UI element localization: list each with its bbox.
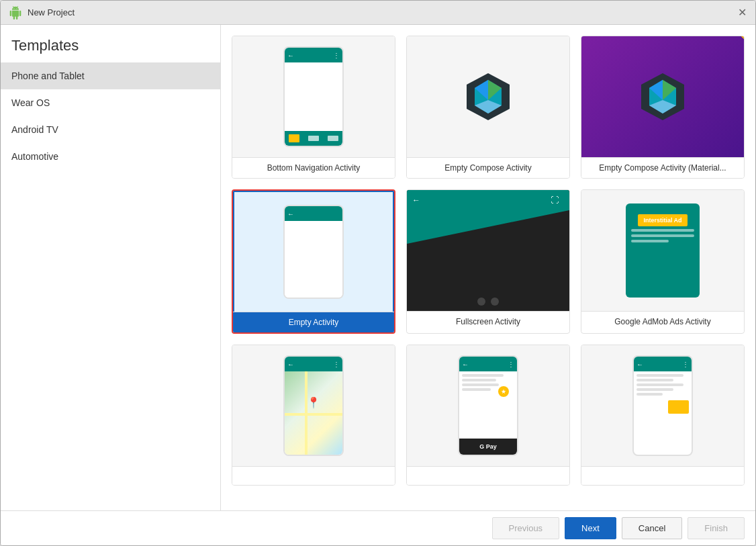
template-fullscreen-label: Fullscreen Activity <box>407 311 569 332</box>
admob-tablet: Interstitial Ad <box>626 203 700 298</box>
news-line-4 <box>636 388 673 391</box>
svg-marker-10 <box>407 210 569 311</box>
window-title: New Project <box>28 7 75 17</box>
template-admob-label: Google AdMob Ads Activity <box>581 311 744 332</box>
phone-mockup: ← ⋮ <box>283 46 344 147</box>
phone-bottom-nav <box>285 131 342 146</box>
phone-buttons <box>477 298 499 306</box>
templates-grid: ← ⋮ Bottom Navigation Activity <box>221 25 755 510</box>
template-map[interactable]: ← ⋮ 📍 <box>232 345 395 486</box>
template-empty-activity-label: Empty Activity <box>233 312 394 332</box>
template-gpay[interactable]: ← ⋮ G Pay ★ <box>406 345 570 486</box>
map-body: 📍 <box>285 371 342 455</box>
admob-button: Interstitial Ad <box>638 214 687 226</box>
template-news[interactable]: ← ⋮ <box>581 345 745 486</box>
map-road-h <box>285 413 342 416</box>
template-empty-activity-preview: ← <box>233 191 394 312</box>
sidebar-item-android-tv[interactable]: Android TV <box>1 116 220 143</box>
template-bottom-navigation-label: Bottom Navigation Activity <box>232 157 395 178</box>
footer: Previous Next Cancel Finish <box>1 510 755 545</box>
news-line-5 <box>636 393 663 396</box>
empty-activity-phone: ← <box>283 205 344 299</box>
admob-line-3 <box>631 240 669 242</box>
admob-line-2 <box>631 234 694 237</box>
template-empty-compose[interactable]: Empty Compose Activity <box>406 36 570 179</box>
news-phone: ← ⋮ <box>632 355 693 456</box>
sidebar: Templates Phone and Tablet Wear OS Andro… <box>1 25 221 510</box>
fullscreen-svg <box>407 190 569 311</box>
gpay-phone: ← ⋮ G Pay ★ <box>458 355 518 456</box>
news-line-3 <box>636 383 683 386</box>
gpay-menu-icon: ⋮ <box>508 361 514 368</box>
news-topbar: ← ⋮ <box>634 357 692 371</box>
compose-material-icon <box>636 70 690 124</box>
news-line-1 <box>636 374 683 377</box>
gpay-line-4 <box>462 388 491 391</box>
template-admob[interactable]: Interstitial Ad Google AdMob Ads Activit… <box>581 189 745 334</box>
gpay-logo: G Pay <box>479 443 497 450</box>
gpay-topbar: ← ⋮ <box>459 357 517 371</box>
template-fullscreen[interactable]: ← ⛶ <box>406 189 570 334</box>
compose-icon <box>461 70 515 124</box>
gpay-line-1 <box>462 374 504 377</box>
phone-topbar: ← ⋮ <box>285 48 342 62</box>
sidebar-item-wear-os[interactable]: Wear OS <box>1 89 220 116</box>
back-icon-ea: ← <box>287 210 294 218</box>
admob-line-1 <box>631 229 694 232</box>
content-area: Templates Phone and Tablet Wear OS Andro… <box>1 25 755 510</box>
sidebar-heading: Templates <box>1 25 220 62</box>
phone-topbar-ea: ← <box>285 206 342 221</box>
phone-body-ea <box>285 221 342 298</box>
titlebar-left: New Project <box>9 6 75 19</box>
nav-item-2 <box>308 136 319 141</box>
gpay-line-2 <box>462 379 496 381</box>
template-empty-compose-material-label: Empty Compose Activity (Material... <box>581 157 744 178</box>
nav-item-1 <box>289 134 299 142</box>
next-button[interactable]: Next <box>565 517 616 539</box>
template-empty-compose-label: Empty Compose Activity <box>407 157 569 178</box>
gpay-star-badge: ★ <box>498 386 509 397</box>
template-empty-compose-material-preview: PREVIEW <box>581 36 744 157</box>
map-pin: 📍 <box>307 396 320 409</box>
sidebar-item-automotive[interactable]: Automotive <box>1 143 220 170</box>
template-empty-compose-preview <box>407 36 569 157</box>
template-gpay-preview: ← ⋮ G Pay ★ <box>407 345 569 466</box>
gpay-line-3 <box>462 383 499 386</box>
template-map-label <box>232 466 395 485</box>
nav-item-3 <box>328 136 338 141</box>
fullscreen-bg: ← ⛶ <box>407 190 569 311</box>
gpay-bottom-bar: G Pay <box>459 439 517 455</box>
map-road-v <box>305 371 308 455</box>
template-empty-compose-material[interactable]: PREVIEW Empty Compose Activity (Material… <box>581 36 745 179</box>
template-map-preview: ← ⋮ 📍 <box>232 345 395 466</box>
fullscreen-diag <box>407 190 569 311</box>
preview-ribbon: PREVIEW <box>716 36 744 44</box>
previous-button[interactable]: Previous <box>492 517 560 539</box>
back-icon: ← <box>287 52 294 59</box>
phone-body <box>285 62 342 131</box>
gpay-body <box>459 371 517 439</box>
map-phone: ← ⋮ 📍 <box>283 355 344 456</box>
template-news-preview: ← ⋮ <box>581 345 744 466</box>
back-button <box>491 298 499 306</box>
template-bottom-navigation[interactable]: ← ⋮ Bottom Navigation Activity <box>232 36 395 179</box>
close-button[interactable]: ✕ <box>737 7 747 18</box>
template-news-label <box>581 466 744 485</box>
news-body <box>634 371 692 455</box>
menu-icon: ⋮ <box>333 52 340 59</box>
sidebar-item-phone-tablet[interactable]: Phone and Tablet <box>1 62 220 89</box>
news-menu-icon: ⋮ <box>682 361 689 368</box>
template-bottom-navigation-preview: ← ⋮ <box>232 36 395 157</box>
cancel-button[interactable]: Cancel <box>622 517 682 539</box>
home-button <box>477 298 485 306</box>
map-menu-icon: ⋮ <box>333 361 340 368</box>
map-back-icon: ← <box>287 361 294 368</box>
template-empty-activity[interactable]: ← Empty Activity <box>232 189 395 334</box>
new-project-window: New Project ✕ Templates Phone and Tablet… <box>0 0 756 546</box>
finish-button[interactable]: Finish <box>688 517 745 539</box>
titlebar: New Project ✕ <box>1 1 755 25</box>
map-topbar: ← ⋮ <box>285 357 342 371</box>
news-line-2 <box>636 379 673 381</box>
template-gpay-label <box>407 466 569 485</box>
template-fullscreen-preview: ← ⛶ <box>407 190 569 311</box>
